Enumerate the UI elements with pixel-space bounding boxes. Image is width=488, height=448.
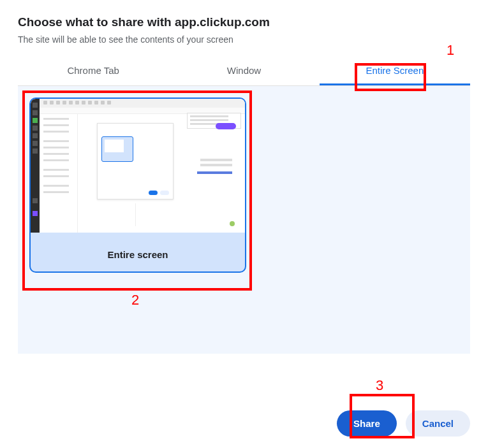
tab-label: Chrome Tab [67, 65, 119, 76]
tab-label: Entire Screen [366, 65, 424, 76]
screen-thumbnail [31, 99, 245, 233]
source-tabs: Chrome Tab Window Entire Screen [18, 57, 470, 86]
dialog-footer: Share Cancel [337, 410, 470, 437]
cancel-button[interactable]: Cancel [406, 410, 470, 437]
dialog-title: Choose what to share with app.clickup.co… [18, 15, 470, 29]
tab-window[interactable]: Window [168, 57, 319, 85]
share-button[interactable]: Share [337, 410, 397, 437]
dialog-subtitle: The site will be able to see the content… [18, 34, 470, 45]
screen-option-entire[interactable]: Entire screen [29, 98, 246, 273]
tab-label: Window [227, 65, 261, 76]
annotation-number-3: 3 [376, 377, 383, 394]
screen-list: Entire screen [18, 86, 470, 354]
tab-chrome-tab[interactable]: Chrome Tab [18, 57, 168, 85]
share-screen-dialog: Choose what to share with app.clickup.co… [0, 0, 488, 369]
screen-option-label: Entire screen [31, 233, 245, 271]
tab-entire-screen[interactable]: Entire Screen [320, 57, 470, 85]
